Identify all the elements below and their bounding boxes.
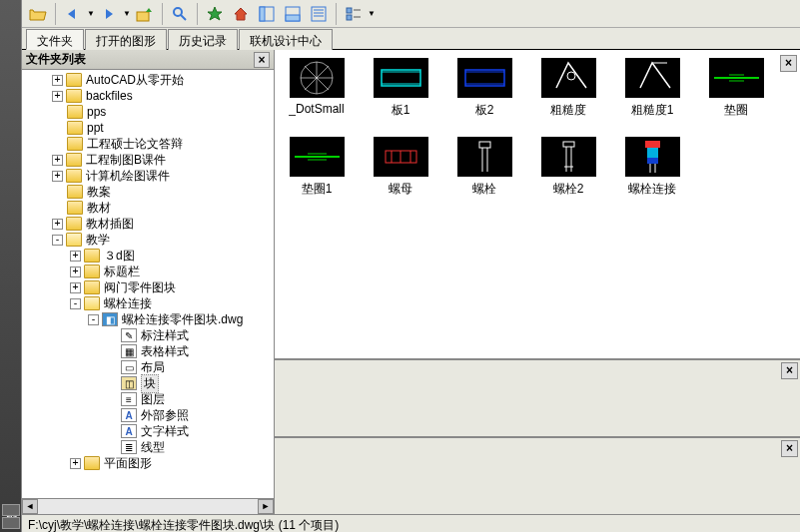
tab-2[interactable]: 历史记录 (168, 29, 238, 50)
thumbnail-item[interactable]: 螺栓 (454, 137, 514, 198)
thumbnail-area[interactable]: _DotSmall板1板2粗糙度粗糙度1垫圈垫圈1螺母螺栓螺栓2螺栓连接 (275, 50, 800, 358)
tree-node[interactable]: +计算机绘图课件 (22, 168, 274, 184)
tree-label[interactable]: pps (87, 105, 106, 119)
tree-node[interactable]: +工程制图B课件 (22, 152, 274, 168)
tree-toggle[interactable]: - (70, 298, 81, 309)
thumbnail-item[interactable]: 螺栓连接 (622, 137, 682, 198)
tree-toggle[interactable]: + (70, 266, 81, 277)
forward-dropdown[interactable]: ▼ (123, 9, 131, 18)
tree-label[interactable]: 标注样式 (141, 327, 189, 344)
tree-toggle[interactable]: + (52, 155, 63, 166)
tree-node[interactable]: 教材 (22, 200, 274, 216)
tree-toggle[interactable]: - (52, 235, 63, 246)
tree-toggle-button[interactable] (255, 2, 279, 26)
tree-label[interactable]: 工程硕士论文答辩 (87, 136, 183, 153)
tree-toggle[interactable]: + (70, 282, 81, 293)
tree-label[interactable]: 平面图形 (104, 455, 152, 472)
thumbnail-item[interactable]: _DotSmall (287, 58, 347, 119)
thumbnail-item[interactable]: 垫圈 (706, 58, 766, 119)
tree-toggle[interactable]: + (52, 171, 63, 182)
tree-label[interactable]: 表格样式 (141, 343, 189, 360)
back-dropdown[interactable]: ▼ (87, 9, 95, 18)
thumbnail-item[interactable]: 粗糙度 (538, 58, 598, 119)
content-close-button[interactable]: × (780, 55, 797, 72)
open-button[interactable] (26, 2, 50, 26)
tree-node[interactable]: -螺栓连接 (22, 295, 274, 311)
tree-label[interactable]: 计算机绘图课件 (86, 168, 170, 185)
tree-label[interactable]: 教学 (86, 232, 110, 249)
tree-node[interactable]: +backfiles (22, 88, 274, 104)
tree-node[interactable]: +阀门零件图块 (22, 279, 274, 295)
tree-node[interactable]: ▦表格样式 (22, 343, 274, 359)
tree-node[interactable]: ≣线型 (22, 439, 274, 455)
tree-toggle[interactable]: + (70, 251, 81, 262)
dock-icon-2[interactable] (2, 517, 20, 529)
preview-close-button[interactable]: × (781, 362, 798, 379)
tree-toggle[interactable]: + (52, 75, 63, 86)
tree-toggle[interactable]: + (52, 219, 63, 230)
tree-node[interactable]: A外部参照 (22, 407, 274, 423)
search-button[interactable] (168, 2, 192, 26)
tree-node[interactable]: 工程硕士论文答辩 (22, 136, 274, 152)
tree-toggle[interactable]: + (70, 458, 81, 469)
tree-label[interactable]: backfiles (86, 89, 133, 103)
scroll-left-button[interactable]: ◄ (22, 499, 38, 514)
tree-node[interactable]: 教案 (22, 184, 274, 200)
thumbnail-item[interactable]: 板1 (371, 58, 430, 119)
tree-label[interactable]: 图层 (141, 391, 165, 408)
view-button[interactable] (342, 2, 366, 26)
preview-toggle-button[interactable] (281, 2, 305, 26)
tree-toggle[interactable]: - (88, 314, 99, 325)
tree-label[interactable]: 螺栓连接零件图块.dwg (122, 311, 243, 328)
tree-label[interactable]: 螺栓连接 (104, 295, 152, 312)
tree-node[interactable]: ◫块 (22, 375, 274, 391)
tree-label[interactable]: 教材插图 (86, 216, 134, 233)
tree-node[interactable]: ≡图层 (22, 391, 274, 407)
tree-label[interactable]: 教材 (87, 200, 111, 217)
tree-node[interactable]: +AutoCAD从零开始 (22, 72, 274, 88)
tree-node[interactable]: ✎标注样式 (22, 327, 274, 343)
tree-body[interactable]: +AutoCAD从零开始+backfilesppsppt工程硕士论文答辩+工程制… (22, 70, 274, 498)
dock-icon-1[interactable] (2, 504, 20, 516)
tree-label[interactable]: ppt (87, 121, 104, 135)
description-toggle-button[interactable] (307, 2, 331, 26)
tree-label[interactable]: AutoCAD从零开始 (86, 72, 184, 89)
scroll-right-button[interactable]: ► (258, 499, 274, 514)
tab-1[interactable]: 打开的图形 (85, 29, 167, 50)
forward-button[interactable] (97, 2, 121, 26)
tree-node[interactable]: pps (22, 104, 274, 120)
tree-label[interactable]: 线型 (141, 439, 165, 456)
tree-node[interactable]: -教学 (22, 232, 274, 248)
up-button[interactable] (133, 2, 157, 26)
thumbnail-item[interactable]: 粗糙度1 (622, 58, 682, 119)
tree-node[interactable]: -◧螺栓连接零件图块.dwg (22, 311, 274, 327)
tree-node[interactable]: ppt (22, 120, 274, 136)
tree-label[interactable]: ３d图 (104, 248, 135, 265)
tree-label[interactable]: 阀门零件图块 (104, 279, 176, 296)
tree-label[interactable]: 标题栏 (104, 264, 140, 280)
tab-3[interactable]: 联机设计中心 (239, 29, 333, 50)
tree-label[interactable]: 外部参照 (141, 407, 189, 424)
tree-close-button[interactable]: × (254, 52, 270, 68)
tree-node[interactable]: +３d图 (22, 248, 274, 264)
description-close-button[interactable]: × (781, 440, 798, 457)
scroll-track[interactable] (38, 499, 258, 514)
tree-node[interactable]: +平面图形 (22, 455, 274, 471)
home-button[interactable] (229, 2, 253, 26)
thumbnail-item[interactable]: 板2 (454, 58, 514, 119)
tree-node[interactable]: +标题栏 (22, 264, 274, 279)
tree-label[interactable]: 文字样式 (141, 423, 189, 440)
tree-toggle[interactable]: + (52, 91, 63, 102)
tree-node[interactable]: +教材插图 (22, 216, 274, 232)
tree-label[interactable]: 工程制图B课件 (86, 152, 166, 169)
favorites-button[interactable] (203, 2, 227, 26)
back-button[interactable] (61, 2, 85, 26)
thumbnail-item[interactable]: 螺栓2 (538, 137, 598, 198)
tree-label[interactable]: 教案 (87, 184, 111, 201)
thumbnail-item[interactable]: 垫圈1 (287, 137, 347, 198)
tree-node[interactable]: A文字样式 (22, 423, 274, 439)
tree-hscroll[interactable]: ◄ ► (22, 498, 274, 514)
tab-0[interactable]: 文件夹 (26, 29, 84, 50)
view-dropdown[interactable]: ▼ (368, 9, 376, 18)
thumbnail-item[interactable]: 螺母 (371, 137, 430, 198)
